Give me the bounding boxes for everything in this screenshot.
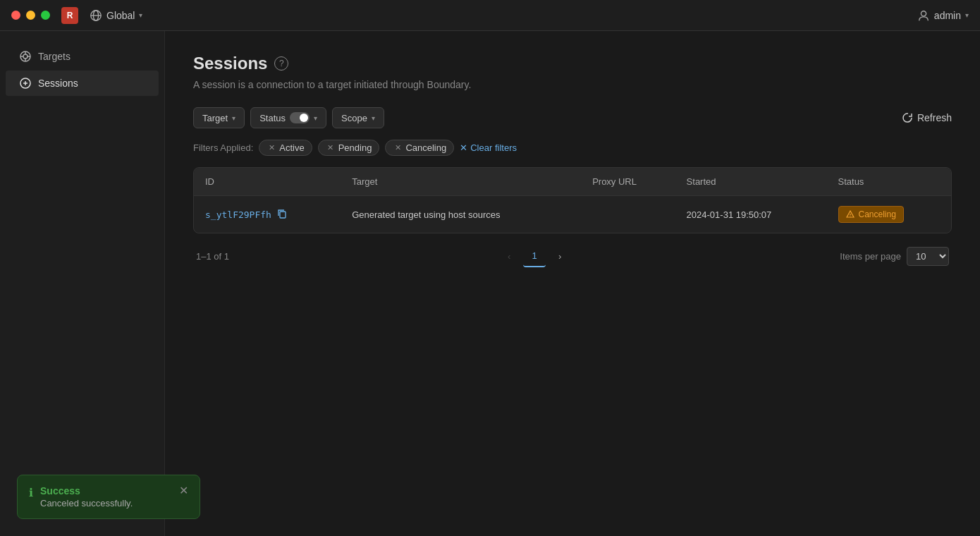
pagination-controls: ‹ 1 › — [498, 245, 571, 267]
window-controls — [11, 11, 50, 20]
status-cell: Canceling — [827, 196, 951, 233]
main-layout: Targets Sessions Sessions ? A session is… — [0, 31, 980, 536]
clear-filters-button[interactable]: ✕ Clear filters — [460, 142, 517, 153]
filter-buttons: Target ▾ Status ▾ Scope ▾ — [193, 107, 384, 128]
globe-icon — [90, 9, 102, 22]
status-filter-button[interactable]: Status ▾ — [250, 107, 326, 128]
header-target: Target — [341, 168, 581, 196]
status-badge: Canceling — [838, 206, 904, 223]
prev-page-button[interactable]: ‹ — [498, 245, 520, 267]
pagination-range: 1–1 of 1 — [196, 251, 229, 262]
sidebar: Targets Sessions — [0, 31, 165, 536]
global-label: Global — [106, 10, 135, 21]
close-button[interactable] — [11, 11, 20, 20]
clear-x-icon: ✕ — [460, 142, 467, 153]
sidebar-item-targets[interactable]: Targets — [6, 44, 159, 69]
maximize-button[interactable] — [41, 11, 50, 20]
minimize-button[interactable] — [26, 11, 35, 20]
toast-title: Success — [40, 485, 172, 497]
canceling-filter-label: Canceling — [405, 142, 446, 153]
pagination: 1–1 of 1 ‹ 1 › Items per page 10 25 50 1… — [193, 233, 952, 267]
svg-point-3 — [921, 11, 926, 16]
svg-point-13 — [850, 217, 850, 217]
header-status: Status — [827, 168, 951, 196]
active-filter-label: Active — [279, 142, 304, 153]
copy-icon[interactable] — [277, 209, 287, 221]
filter-tag-active: ✕ Active — [259, 140, 312, 156]
sessions-table: ID Target Proxy URL Started Status s_ytl… — [194, 168, 951, 233]
remove-canceling-filter[interactable]: ✕ — [393, 143, 403, 153]
page-description: A session is a connection to a target in… — [193, 79, 952, 90]
toast-notification: ℹ Success Canceled successfully. ✕ — [17, 475, 200, 519]
toast-message: Canceled successfully. — [40, 498, 172, 508]
titlebar: R Global ▾ admin ▾ — [0, 0, 980, 31]
items-per-page: Items per page 10 25 50 100 — [840, 247, 949, 266]
session-id: s_ytlF29PFfh — [205, 209, 329, 221]
toast-close-button[interactable]: ✕ — [179, 485, 188, 497]
sidebar-item-sessions[interactable]: Sessions — [6, 71, 159, 96]
table-row: s_ytlF29PFfh Generated target using host… — [194, 196, 951, 233]
table-body: s_ytlF29PFfh Generated target using host… — [194, 196, 951, 233]
started-cell: 2024-01-31 19:50:07 — [675, 196, 827, 233]
page-1-button[interactable]: 1 — [523, 245, 546, 267]
filters-applied: Filters Applied: ✕ Active ✕ Pending ✕ Ca… — [193, 140, 952, 156]
sessions-table-container: ID Target Proxy URL Started Status s_ytl… — [193, 167, 952, 233]
sidebar-targets-label: Targets — [38, 51, 71, 62]
scope-filter-label: Scope — [341, 113, 367, 123]
refresh-label: Refresh — [917, 112, 952, 123]
warning-icon — [846, 210, 855, 219]
app-logo: R — [61, 7, 78, 24]
page-title: Sessions — [193, 54, 267, 73]
status-label: Canceling — [859, 209, 896, 219]
target-chevron-icon: ▾ — [232, 114, 235, 122]
items-per-page-label: Items per page — [840, 251, 901, 262]
proxy-url-cell — [581, 196, 675, 233]
next-page-button[interactable]: › — [549, 245, 571, 267]
sessions-icon — [20, 78, 31, 89]
global-chevron-icon: ▾ — [139, 11, 142, 19]
filters-applied-label: Filters Applied: — [193, 142, 253, 153]
success-icon: ℹ — [29, 486, 33, 499]
target-filter-button[interactable]: Target ▾ — [193, 107, 245, 128]
session-id-value[interactable]: s_ytlF29PFfh — [205, 209, 271, 220]
session-id-cell: s_ytlF29PFfh — [194, 196, 341, 233]
content: Sessions ? A session is a connection to … — [165, 31, 980, 536]
status-chevron-icon: ▾ — [314, 114, 317, 122]
table-header: ID Target Proxy URL Started Status — [194, 168, 951, 196]
global-selector[interactable]: Global ▾ — [90, 9, 142, 22]
remove-active-filter[interactable]: ✕ — [267, 143, 276, 153]
user-menu[interactable]: admin ▾ — [917, 9, 969, 22]
remove-pending-filter[interactable]: ✕ — [326, 143, 336, 153]
header-started: Started — [675, 168, 827, 196]
target-filter-label: Target — [202, 113, 228, 123]
filters-row: Target ▾ Status ▾ Scope ▾ Refres — [193, 107, 952, 128]
scope-filter-button[interactable]: Scope ▾ — [332, 107, 384, 128]
items-per-page-select[interactable]: 10 25 50 100 — [907, 247, 949, 266]
clear-filters-label: Clear filters — [470, 142, 517, 153]
header-id: ID — [194, 168, 341, 196]
filter-tag-pending: ✕ Pending — [318, 140, 380, 156]
pending-filter-label: Pending — [338, 142, 372, 153]
page-header: Sessions ? — [193, 54, 952, 73]
status-toggle[interactable] — [290, 112, 310, 123]
toast-content: Success Canceled successfully. — [40, 485, 172, 508]
user-icon — [917, 9, 930, 22]
refresh-button[interactable]: Refresh — [902, 112, 952, 123]
refresh-icon — [902, 112, 913, 123]
svg-rect-11 — [280, 212, 286, 218]
scope-chevron-icon: ▾ — [372, 114, 375, 122]
target-cell: Generated target using host sources — [341, 196, 581, 233]
header-proxy-url: Proxy URL — [581, 168, 675, 196]
user-chevron-icon: ▾ — [965, 11, 969, 19]
status-filter-label: Status — [259, 113, 286, 123]
sidebar-sessions-label: Sessions — [38, 78, 78, 89]
help-icon[interactable]: ? — [274, 56, 288, 71]
user-label: admin — [934, 10, 961, 21]
svg-point-5 — [23, 54, 27, 59]
target-icon — [20, 51, 31, 62]
filter-tag-canceling: ✕ Canceling — [385, 140, 454, 156]
